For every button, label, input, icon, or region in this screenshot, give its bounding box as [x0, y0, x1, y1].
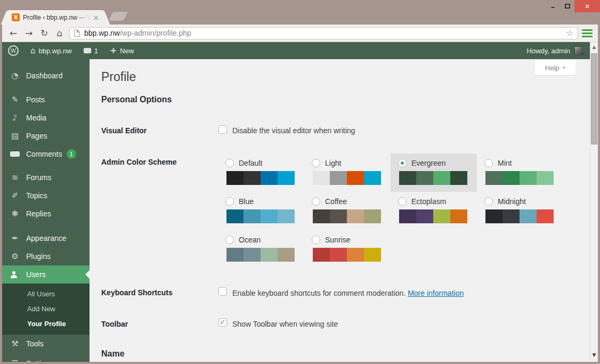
wp-logo-menu[interactable]: W: [2, 42, 25, 59]
color-swatch-bar: [485, 171, 554, 185]
sidebar-item-label: Plugins: [26, 252, 51, 261]
submenu-item-all-users[interactable]: All Users: [2, 286, 90, 301]
avatar: [574, 46, 583, 55]
visual-editor-checkbox[interactable]: [218, 125, 227, 134]
color-scheme-radio-sunrise[interactable]: [312, 236, 320, 244]
color-scheme-radio-blue[interactable]: [225, 197, 234, 206]
sidebar-item-comments[interactable]: Comments1: [2, 145, 90, 163]
color-swatch-bar: [313, 209, 381, 223]
reload-button[interactable]: ↻: [38, 29, 50, 38]
page-viewport: W ⌂ bbp.wp.nw 1 + New Howdy, admin: [2, 42, 598, 362]
sidebar-item-plugins[interactable]: ⚙Plugins: [2, 247, 90, 265]
color-scheme-label: Admin Color Scheme: [101, 158, 177, 166]
color-swatch-bar: [313, 171, 381, 185]
color-scheme-radio-ocean[interactable]: [225, 236, 234, 244]
color-scheme-name[interactable]: Light: [325, 159, 341, 167]
back-button[interactable]: ←: [7, 29, 19, 38]
browser-tab[interactable]: X Profile ‹ bbp.wp.nw — Wo ×: [7, 10, 103, 25]
sidebar-item-users[interactable]: Users: [2, 265, 90, 284]
minimize-button[interactable]: –: [546, 0, 560, 12]
sidebar-item-posts[interactable]: ✎Posts: [2, 91, 90, 109]
maximize-button[interactable]: [560, 0, 574, 12]
color-scheme-radio-mint[interactable]: [484, 159, 493, 167]
keyboard-option-text[interactable]: Enable keyboard shortcuts for comment mo…: [232, 289, 406, 297]
section-name: Name: [101, 349, 125, 359]
color-scheme-name[interactable]: Mint: [498, 159, 512, 167]
sidebar-item-label: Settings: [26, 359, 53, 362]
sidebar-item-settings[interactable]: ☰Settings: [2, 354, 90, 362]
visual-editor-option-label[interactable]: Disable the visual editor when writing: [232, 126, 355, 135]
page-scrollbar[interactable]: ▲ ▼: [590, 42, 598, 362]
show-toolbar-option-label[interactable]: Show Toolbar when viewing site: [232, 320, 338, 328]
color-swatch: [520, 171, 537, 185]
color-swatch: [226, 171, 244, 185]
more-information-link[interactable]: More information: [408, 289, 464, 297]
sidebar-item-appearance[interactable]: ✒Appearance: [2, 229, 90, 247]
home-button[interactable]: ⌂: [54, 29, 66, 38]
color-scheme-radio-coffee[interactable]: [312, 197, 320, 206]
site-name: bbp.wp.nw: [39, 47, 72, 55]
color-scheme-radio-default[interactable]: [225, 159, 234, 167]
scroll-up-icon[interactable]: ▲: [590, 44, 598, 50]
bookmark-star-icon[interactable]: ☆: [566, 29, 573, 37]
color-scheme-radio-evergreen[interactable]: [398, 159, 407, 167]
color-swatch: [450, 209, 467, 223]
show-toolbar-checkbox[interactable]: [218, 318, 227, 327]
color-scheme-radio-ectoplasm[interactable]: [398, 197, 407, 206]
color-scheme-options: DefaultLightEvergreenMintBlueCoffeeEctop…: [218, 153, 564, 269]
color-scheme-name[interactable]: Ocean: [239, 236, 261, 244]
sidebar-item-dashboard[interactable]: ◔Dashboard: [2, 67, 90, 85]
sidebar-item-forums[interactable]: ≋Forums: [2, 168, 90, 187]
color-swatch: [244, 209, 261, 223]
comment-count-badge: 1: [67, 149, 76, 159]
color-scheme-option-sunrise: Sunrise: [304, 230, 391, 269]
submenu-item-add-new[interactable]: Add New: [2, 301, 90, 316]
sidebar-item-label: Dashboard: [26, 71, 63, 80]
dashboard-icon: ◔: [10, 72, 20, 80]
help-label: Help: [545, 64, 560, 72]
scrollbar-thumb[interactable]: [591, 53, 597, 144]
color-swatch: [520, 209, 537, 223]
color-swatch-bar: [313, 248, 381, 262]
close-button[interactable]: ✕: [574, 0, 600, 12]
color-scheme-name[interactable]: Default: [239, 159, 262, 167]
new-content-menu[interactable]: + New: [104, 42, 140, 59]
tab-close-icon[interactable]: ×: [93, 14, 99, 21]
color-swatch: [261, 171, 278, 185]
site-name-menu[interactable]: ⌂ bbp.wp.nw: [25, 42, 78, 59]
new-tab-button[interactable]: [109, 12, 128, 21]
color-scheme-name[interactable]: Coffee: [325, 197, 347, 206]
tools-icon: ⚒: [10, 340, 20, 348]
color-swatch-bar: [226, 248, 295, 262]
sidebar-item-replies[interactable]: ❃Replies: [2, 205, 90, 223]
color-scheme-radio-light[interactable]: [312, 159, 320, 167]
section-personal-options: Personal Options: [101, 95, 172, 104]
color-scheme-radio-midnight[interactable]: [484, 197, 493, 206]
color-swatch: [313, 171, 330, 185]
browser-menu-button[interactable]: [582, 29, 593, 38]
color-scheme-name[interactable]: Blue: [239, 197, 254, 206]
keyboard-shortcuts-checkbox[interactable]: [218, 287, 227, 296]
color-swatch: [537, 171, 554, 185]
color-swatch: [244, 248, 261, 262]
color-scheme-name[interactable]: Ectoplasm: [411, 197, 446, 206]
sidebar-item-pages[interactable]: ▤Pages: [2, 127, 90, 145]
color-swatch: [347, 248, 364, 262]
url-path: /wp-admin/profile.php: [120, 29, 191, 37]
sidebar-item-topics[interactable]: ✐Topics: [2, 187, 90, 205]
color-scheme-name[interactable]: Evergreen: [411, 159, 446, 167]
my-account-menu[interactable]: Howdy, admin: [527, 42, 590, 59]
admin-menu: ◔Dashboard✎Posts♪Media▤PagesComments1≋Fo…: [2, 59, 90, 362]
submenu-item-your-profile[interactable]: Your Profile: [2, 316, 90, 331]
close-icon: ✕: [585, 3, 590, 10]
scroll-down-icon[interactable]: ▼: [590, 352, 598, 358]
color-swatch: [433, 209, 450, 223]
sidebar-item-media[interactable]: ♪Media: [2, 109, 90, 127]
comments-menu[interactable]: 1: [78, 42, 104, 59]
address-bar[interactable]: bbp.wp.nw/wp-admin/profile.php ☆: [69, 27, 578, 39]
help-button[interactable]: Help ▾: [535, 60, 575, 75]
sidebar-item-tools[interactable]: ⚒Tools: [2, 335, 90, 353]
color-scheme-name[interactable]: Sunrise: [325, 236, 350, 244]
forward-button[interactable]: →: [23, 29, 35, 38]
color-scheme-name[interactable]: Midnight: [498, 197, 526, 206]
